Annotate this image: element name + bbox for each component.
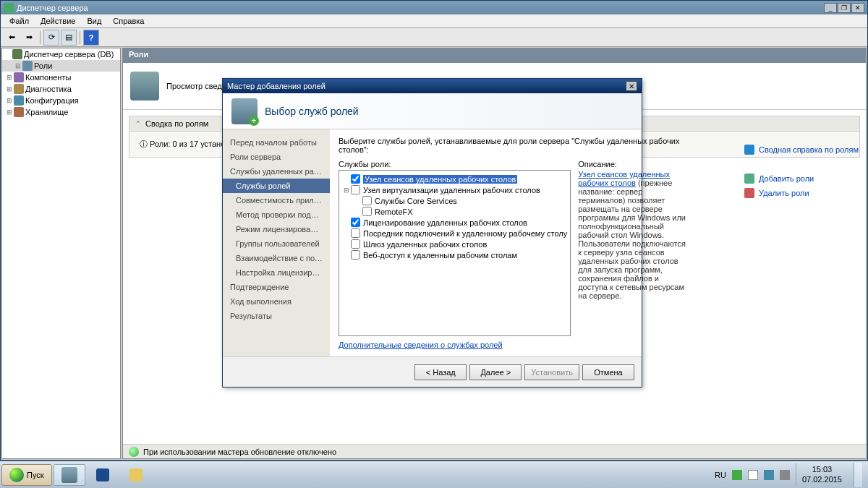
checkbox-virt-host[interactable] [351, 185, 360, 194]
language-indicator[interactable]: RU [715, 471, 726, 479]
checkbox-session-host[interactable] [351, 174, 360, 184]
wizard-button-row: < Назад Далее > Установить Отмена [223, 356, 642, 387]
tree-components[interactable]: ⊞Компоненты [2, 72, 120, 83]
nav-confirm[interactable]: Подтверждение [223, 280, 330, 294]
clock-date: 07.02.2015 [802, 475, 842, 484]
more-info-link[interactable]: Дополнительные сведения о службах ролей [339, 341, 571, 349]
service-description: Узел сеансов удаленных рабочих столов (п… [578, 170, 686, 300]
checkbox-web[interactable] [351, 250, 360, 260]
description-column: Описание: Узел сеансов удаленных рабочих… [578, 160, 686, 349]
service-web[interactable]: Веб-доступ к удаленным рабочим столам [342, 249, 567, 260]
cancel-button[interactable]: Отмена [582, 364, 634, 380]
back-button[interactable]: < Назад [414, 364, 467, 380]
checkbox-core[interactable] [362, 196, 372, 205]
tray-network-icon[interactable] [764, 470, 774, 480]
menubar: Файл Действие Вид Справка [1, 14, 867, 28]
properties-button[interactable]: ▤ [61, 30, 77, 46]
actions-pane: Сводная справка по ролям Добавить роли У… [744, 142, 860, 200]
checkbox-gateway[interactable] [351, 239, 360, 249]
close-button[interactable]: ✕ [851, 3, 864, 13]
navigation-tree[interactable]: Диспетчер сервера (DB) ⊟Роли ⊞Компоненты… [1, 48, 121, 459]
nav-before-begin[interactable]: Перед началом работы [223, 135, 330, 150]
nav-role-services[interactable]: Службы ролей [223, 179, 330, 193]
desc-text: (прежнее название: сервер терминалов) по… [578, 179, 686, 300]
nav-progress[interactable]: Ход выполнения [223, 294, 330, 309]
status-bar: При использовании мастера обновление отк… [123, 444, 866, 458]
start-button[interactable]: Пуск [1, 464, 52, 486]
maximize-button[interactable]: ❐ [838, 3, 851, 13]
role-services-list[interactable]: Узел сеансов удаленных рабочих столов ⊟У… [339, 170, 571, 336]
add-roles-wizard: Мастер добавления ролей ✕ Выбор служб ро… [222, 78, 642, 388]
remove-roles-link[interactable]: Удалить роли [744, 186, 860, 200]
status-text: При использовании мастера обновление отк… [143, 448, 336, 456]
menu-help[interactable]: Справка [107, 15, 150, 27]
add-icon [744, 174, 754, 184]
nav-interaction[interactable]: Взаимодействие с пользова... [223, 251, 330, 265]
nav-user-groups[interactable]: Группы пользователей [223, 236, 330, 251]
clock[interactable]: 15:03 07.02.2015 [796, 463, 848, 485]
tree-diagnostics[interactable]: ⊞Диагностика [2, 83, 120, 95]
show-desktop-button[interactable] [854, 463, 862, 487]
next-button[interactable]: Далее > [469, 364, 522, 380]
wizard-titlebar[interactable]: Мастер добавления ролей ✕ [223, 79, 642, 93]
nav-app-compat[interactable]: Совместимость приложений [223, 193, 330, 207]
titlebar[interactable]: Диспетчер сервера _ ❐ ✕ [1, 1, 867, 14]
refresh-button[interactable]: ⟳ [43, 30, 59, 46]
tray-action-icon[interactable] [748, 470, 758, 480]
tree-configuration[interactable]: ⊞Конфигурация [2, 95, 120, 106]
service-session-host[interactable]: Узел сеансов удаленных рабочих столов [342, 174, 567, 184]
checkbox-remotefx[interactable] [362, 207, 372, 216]
services-label: Службы роли: [339, 160, 571, 168]
windows-orb-icon [9, 468, 24, 482]
service-remotefx[interactable]: RemoteFX [342, 206, 567, 217]
toolbar: ⬅ ➡ ⟳ ▤ ? [1, 28, 867, 47]
nav-auth-method[interactable]: Метод проверки подлинности [223, 207, 330, 222]
nav-lic-config[interactable]: Настройка лицензирования ... [223, 265, 330, 280]
tray-sound-icon[interactable] [780, 470, 790, 480]
service-licensing[interactable]: Лицензирование удаленных рабочих столов [342, 217, 567, 228]
checkbox-licensing[interactable] [351, 218, 360, 227]
menu-file[interactable]: Файл [4, 15, 35, 27]
help-button[interactable]: ? [83, 30, 99, 46]
main-header: Роли [123, 48, 866, 63]
app-icon [4, 3, 14, 13]
taskbar-powershell[interactable] [87, 464, 119, 486]
system-tray: RU 15:03 07.02.2015 [710, 463, 867, 487]
menu-view[interactable]: Вид [81, 15, 107, 27]
nav-lic-mode[interactable]: Режим лицензирования [223, 222, 330, 236]
nav-rds[interactable]: Службы удаленных рабочих ст... [223, 164, 330, 179]
wizard-header: Выбор служб ролей [223, 93, 642, 129]
wizard-nav: Перед началом работы Роли сервера Службы… [223, 129, 330, 356]
checkbox-broker[interactable] [351, 228, 360, 238]
collapse-icon: ⌃ [135, 120, 141, 127]
status-icon [129, 447, 139, 457]
service-virt-host[interactable]: ⊟Узел виртуализации удаленных рабочих ст… [342, 184, 567, 195]
tree-root[interactable]: Диспетчер сервера (DB) [2, 48, 120, 60]
nav-forward-button[interactable]: ➡ [21, 30, 37, 46]
summary-help-link[interactable]: Сводная справка по ролям [744, 142, 860, 157]
service-core[interactable]: Службы Core Services [342, 195, 567, 206]
tree-roles[interactable]: ⊟Роли [2, 60, 120, 72]
nav-results[interactable]: Результаты [223, 309, 330, 323]
roles-icon [130, 72, 159, 100]
wizard-body: Перед началом работы Роли сервера Службы… [223, 129, 642, 356]
add-roles-link[interactable]: Добавить роли [744, 171, 860, 186]
menu-action[interactable]: Действие [35, 15, 81, 27]
help-icon [744, 145, 754, 155]
tray-flag-icon[interactable] [732, 470, 742, 480]
desc-label: Описание: [578, 160, 686, 168]
clock-time: 15:03 [802, 465, 842, 474]
tree-storage[interactable]: ⊞Хранилище [2, 106, 120, 118]
install-button: Установить [524, 364, 579, 380]
nav-back-button[interactable]: ⬅ [4, 30, 20, 46]
window-title: Диспетчер сервера [17, 4, 88, 12]
service-broker[interactable]: Посредник подключений к удаленному рабоч… [342, 228, 567, 239]
minimize-button[interactable]: _ [824, 3, 837, 13]
taskbar-explorer[interactable] [120, 464, 152, 486]
taskbar: Пуск RU 15:03 07.02.2015 [0, 461, 868, 488]
wizard-close-button[interactable]: ✕ [626, 81, 637, 91]
service-gateway[interactable]: Шлюз удаленных рабочих столов [342, 239, 567, 249]
remove-icon [744, 188, 754, 198]
nav-server-roles[interactable]: Роли сервера [223, 150, 330, 164]
taskbar-server-manager[interactable] [54, 464, 85, 486]
